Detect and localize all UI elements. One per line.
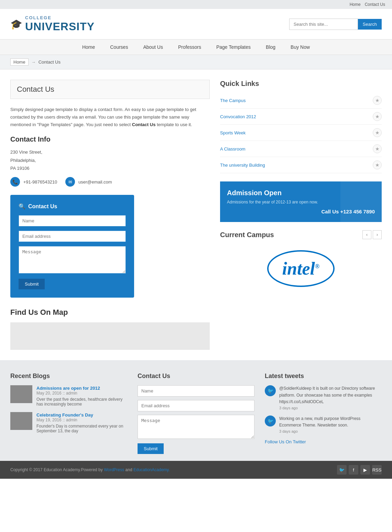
top-bar: Home Contact Us	[0, 0, 392, 9]
find-map-heading: Find Us On Map	[10, 308, 210, 317]
footer-blogs-heading: Recent Blogs	[10, 373, 127, 380]
next-arrow-button[interactable]: ›	[373, 230, 382, 239]
contact-form-box: 🔍 Contact Us Submit	[10, 195, 134, 298]
nav-page-templates[interactable]: Page Templates	[209, 40, 258, 55]
address-line3: PA 19106	[10, 164, 210, 172]
blog-excerpt-1: Over the past five decades, healthcare d…	[36, 397, 127, 407]
email-address: user@email.com	[78, 179, 112, 185]
youtube-social-icon[interactable]: ▶	[360, 465, 370, 475]
list-item: The Campus ★	[220, 92, 382, 109]
footer-submit-button[interactable]: Submit	[138, 443, 164, 454]
quick-link-building[interactable]: The university Building	[220, 163, 265, 168]
footer-contact-heading: Contact Us	[138, 373, 254, 380]
form-message-input[interactable]	[19, 246, 126, 274]
address-line2: Philadelphia,	[10, 156, 210, 164]
address-line1: 230 Vine Street,	[10, 148, 210, 156]
form-title-icon: 🔍	[19, 203, 25, 210]
list-item: The university Building ★	[220, 157, 382, 173]
nav-buy-now[interactable]: Buy Now	[283, 40, 317, 55]
footer-message-input[interactable]	[138, 415, 254, 439]
intel-text: intel®	[282, 259, 320, 278]
intel-reg: ®	[315, 263, 319, 270]
tweet-text-1: @SoldierKuldeep It is built on our Direc…	[279, 385, 382, 405]
nav-professors[interactable]: Professors	[171, 40, 209, 55]
quick-link-convocation[interactable]: Convocation 2012	[220, 114, 256, 119]
quick-link-sports[interactable]: Sports Week	[220, 130, 246, 135]
breadcrumb-bar: Home → Contact Us	[0, 55, 392, 69]
footer-copyright: Copyright © 2017 Education Academy.Power…	[10, 467, 170, 472]
phone-icon: 📞	[10, 177, 20, 187]
star-icon: ★	[373, 96, 382, 105]
education-academy-link[interactable]: EducationAcademy.	[133, 467, 170, 472]
phone-detail: 📞 +91-9876543210	[10, 177, 57, 187]
blog-content-1: Admissions are open for 2012 May 20, 201…	[36, 385, 127, 407]
map-placeholder	[10, 322, 210, 350]
twitter-social-icon[interactable]: 🐦	[337, 465, 347, 475]
contact-details: 📞 +91-9876543210 ✉ user@email.com	[10, 177, 210, 187]
blog-excerpt-2: Founder's Day is commemorated every year…	[36, 424, 127, 433]
contact-info-heading: Contact Info	[10, 135, 210, 143]
list-item: Convocation 2012 ★	[220, 109, 382, 125]
breadcrumb: Home → Contact Us	[10, 58, 382, 66]
wordpress-link[interactable]: WordPress	[104, 467, 124, 472]
form-submit-button[interactable]: Submit	[19, 279, 45, 289]
intro-text: Simply designed page template to display…	[10, 106, 210, 129]
quick-links-heading: Quick Links	[220, 80, 382, 88]
nav-home[interactable]: Home	[75, 40, 102, 55]
footer-tweets-heading: Latest tweets	[265, 373, 382, 380]
blog-thumb-2	[10, 412, 32, 430]
current-campus-header: Current Campus ‹ ›	[220, 230, 382, 239]
star-icon: ★	[373, 144, 382, 153]
form-title: 🔍 Contact Us	[19, 203, 126, 210]
blog-content-2: Celebrating Founder's Day May 19, 2016 :…	[36, 412, 127, 433]
email-detail: ✉ user@email.com	[65, 177, 112, 187]
header: 🎓 COLLEGE UNIVERSITY Search	[0, 9, 392, 39]
logo-icon: 🎓	[10, 19, 22, 30]
footer-tweets-col: Latest tweets 🐦 @SoldierKuldeep It is bu…	[265, 373, 382, 454]
rss-social-icon[interactable]: RSS	[372, 465, 382, 475]
list-item: A Classroom ★	[220, 141, 382, 157]
blog-item: Celebrating Founder's Day May 19, 2016 :…	[10, 412, 127, 433]
star-icon: ★	[373, 128, 382, 137]
tweet-content-1: @SoldierKuldeep It is built on our Direc…	[279, 385, 382, 410]
email-icon: ✉	[65, 177, 75, 187]
search-input[interactable]	[289, 19, 358, 30]
nav-courses[interactable]: Courses	[102, 40, 135, 55]
page-title: Contact Us	[10, 80, 210, 99]
follow-twitter-link[interactable]: Follow Us On Twitter	[265, 439, 306, 444]
address: 230 Vine Street, Philadelphia, PA 19106	[10, 148, 210, 172]
tweet-item: 🐦 Working on a new, multi purpose WordPr…	[265, 415, 382, 433]
admission-box: Admission Open Admissions for the year o…	[220, 181, 382, 222]
form-name-input[interactable]	[19, 215, 126, 226]
nav-about[interactable]: About Us	[135, 40, 171, 55]
right-column: Quick Links The Campus ★ Convocation 201…	[220, 80, 382, 350]
blog-title-2[interactable]: Celebrating Founder's Day	[36, 412, 93, 418]
logo-text: COLLEGE UNIVERSITY	[25, 15, 95, 33]
twitter-icon-1: 🐦	[265, 385, 276, 396]
intel-logo: intel®	[220, 243, 382, 294]
star-icon: ★	[373, 160, 382, 169]
search-button[interactable]: Search	[358, 19, 382, 30]
quick-link-classroom[interactable]: A Classroom	[220, 146, 246, 152]
nav-blog[interactable]: Blog	[258, 40, 283, 55]
blog-thumb-1	[10, 385, 32, 403]
facebook-social-icon[interactable]: f	[349, 465, 358, 475]
footer-contact-col: Contact Us Submit	[138, 373, 254, 454]
footer-bottom: Copyright © 2017 Education Academy.Power…	[0, 461, 392, 479]
search-area: Search	[289, 19, 382, 30]
star-icon: ★	[373, 112, 382, 121]
prev-arrow-button[interactable]: ‹	[362, 230, 371, 239]
quick-links-list: The Campus ★ Convocation 2012 ★ Sports W…	[220, 92, 382, 173]
footer-blogs-col: Recent Blogs Admissions are open for 201…	[10, 373, 127, 454]
form-email-input[interactable]	[19, 231, 126, 242]
topbar-contact[interactable]: Contact Us	[365, 2, 385, 7]
breadcrumb-current: Contact Us	[39, 59, 61, 65]
topbar-home[interactable]: Home	[350, 2, 361, 7]
footer-email-input[interactable]	[138, 400, 254, 411]
breadcrumb-home[interactable]: Home	[10, 58, 29, 66]
list-item: Sports Week ★	[220, 125, 382, 141]
footer-name-input[interactable]	[138, 385, 254, 397]
blog-title-1[interactable]: Admissions are open for 2012	[36, 386, 100, 391]
quick-link-campus[interactable]: The Campus	[220, 98, 246, 103]
phone-number: +91-9876543210	[23, 179, 57, 185]
